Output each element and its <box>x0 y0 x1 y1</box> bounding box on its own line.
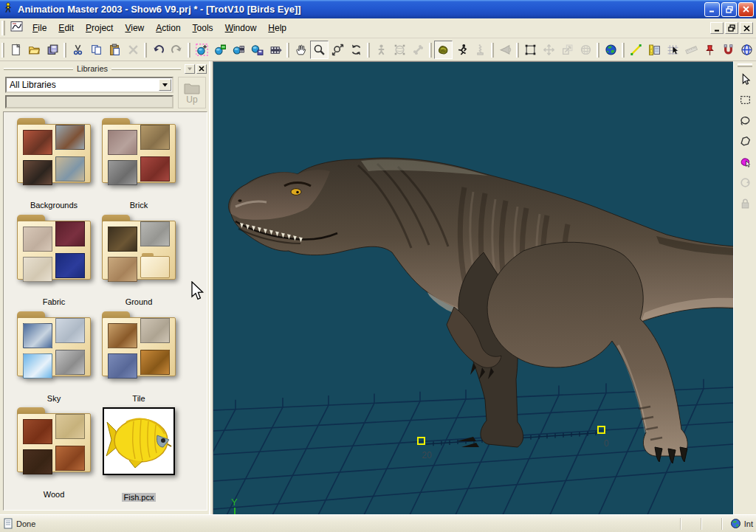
bounding-box-icon[interactable] <box>521 41 540 59</box>
folder-icon <box>102 118 176 183</box>
library-item-sky[interactable]: Sky <box>11 311 97 404</box>
muscle-mode-icon[interactable] <box>434 41 453 59</box>
grid-snap-icon[interactable] <box>664 41 682 59</box>
save-all-icon[interactable] <box>44 41 62 59</box>
toolbar-grip[interactable] <box>144 43 147 58</box>
toolbar-grip[interactable] <box>516 43 519 58</box>
redo-icon <box>168 41 186 59</box>
close-button[interactable] <box>738 2 754 17</box>
mdi-minimize-button[interactable] <box>710 22 724 34</box>
minimize-button[interactable] <box>704 2 720 17</box>
menu-action[interactable]: Action <box>150 20 186 36</box>
magnet-mode-icon[interactable] <box>719 41 738 59</box>
measure-ruler-icon <box>682 41 701 59</box>
paste-icon[interactable] <box>106 41 124 59</box>
open-folder-icon[interactable] <box>25 41 44 59</box>
library-item-backgrounds[interactable]: Backgrounds <box>11 118 97 211</box>
new-document-icon[interactable] <box>7 41 25 59</box>
undo-icon[interactable] <box>149 41 168 59</box>
save-model-icon[interactable] <box>248 41 267 59</box>
pan-hand-icon[interactable] <box>292 41 310 59</box>
render-model-icon[interactable] <box>230 41 248 59</box>
folder-icon <box>17 407 91 472</box>
texture-thumbnail <box>23 227 52 252</box>
menu-view[interactable]: View <box>119 20 150 36</box>
library-item-ground[interactable]: Ground <box>96 215 182 308</box>
texture-thumbnail <box>23 449 52 474</box>
menu-grip[interactable] <box>1 21 5 35</box>
menu-tools[interactable]: Tools <box>187 20 219 36</box>
force-world-icon[interactable] <box>602 41 620 59</box>
restore-button[interactable] <box>721 2 737 17</box>
copy-icon[interactable] <box>87 41 106 59</box>
library-item-tile[interactable]: Tile <box>96 311 182 404</box>
menu-project[interactable]: Project <box>80 20 119 36</box>
panel-close-icon[interactable] <box>196 64 207 74</box>
library-items-grid: BackgroundsBrickFabricGroundSkyTileWoodF… <box>3 111 207 511</box>
cut-icon[interactable] <box>69 41 87 59</box>
world-axis-icon[interactable] <box>738 41 756 59</box>
panel-rollup-button[interactable] <box>185 64 195 74</box>
bias-handles-icon[interactable] <box>627 41 645 59</box>
toolbar-grip[interactable] <box>367 43 370 58</box>
status-text: Done <box>16 519 35 528</box>
toolbar-grip[interactable] <box>429 43 432 58</box>
bone-icon <box>409 41 427 59</box>
viewport-3d[interactable]: 200Y <box>213 61 733 514</box>
library-item-label: Tile <box>130 394 147 403</box>
mdi-close-button[interactable] <box>740 22 753 34</box>
menu-bar: FileEditProjectViewActionToolsWindowHelp <box>0 18 756 38</box>
pushpin-icon[interactable] <box>701 41 719 59</box>
delete-icon <box>124 41 142 59</box>
library-item-brick[interactable]: Brick <box>96 118 182 211</box>
document-icon <box>10 21 24 35</box>
menu-window[interactable]: Window <box>219 20 263 36</box>
filmstrip-icon[interactable] <box>267 41 285 59</box>
turn-camera-icon[interactable] <box>347 41 365 59</box>
fish-image-thumbnail <box>103 407 175 475</box>
lasso-select-icon[interactable] <box>736 111 755 130</box>
texture-thumbnail <box>23 353 52 379</box>
libraries-panel: Libraries All Libraries Up BackgroundsBr… <box>0 61 210 514</box>
toolbar-grip[interactable] <box>1 43 4 58</box>
folder-icon <box>17 118 91 183</box>
status-zone-text: Int <box>744 519 753 528</box>
add-model-to-library-icon[interactable] <box>211 41 230 59</box>
chevron-down-icon[interactable] <box>159 79 171 91</box>
rotate-sphere-icon <box>577 41 595 59</box>
menu-help[interactable]: Help <box>262 20 292 36</box>
library-item-fish-pcx[interactable]: Fish.pcx <box>96 407 182 503</box>
new-model-icon[interactable] <box>193 41 211 59</box>
toolbar-grip[interactable] <box>738 63 752 67</box>
menu-edit[interactable]: Edit <box>52 20 80 36</box>
mouse-cursor <box>190 281 205 305</box>
mdi-restore-button[interactable] <box>725 22 738 34</box>
library-item-wood[interactable]: Wood <box>11 407 97 500</box>
trex-eye <box>291 189 301 196</box>
main-toolbar <box>0 39 756 61</box>
folder-icon <box>102 215 176 280</box>
show-rulers-icon[interactable] <box>645 41 664 59</box>
pointer-arrow-icon[interactable] <box>736 70 755 89</box>
group-select-icon[interactable] <box>736 153 755 171</box>
polygon-lasso-icon[interactable] <box>736 132 755 151</box>
library-item-fabric[interactable]: Fabric <box>11 215 97 308</box>
toolbar-grip[interactable] <box>622 43 625 58</box>
toolbar-grip[interactable] <box>491 43 494 58</box>
zoom-to-fit-icon[interactable] <box>329 41 347 59</box>
menu-file[interactable]: File <box>27 20 52 36</box>
status-bar: Done Int <box>0 514 756 532</box>
rect-select-icon[interactable] <box>736 91 755 109</box>
library-select-dropdown[interactable]: All Libraries <box>5 77 173 93</box>
texture-thumbnail <box>140 350 170 375</box>
toolbar-grip[interactable] <box>597 43 599 58</box>
skeletal-mode-icon[interactable] <box>453 41 471 59</box>
announce-horn-icon <box>496 41 515 59</box>
trex-pupil <box>296 191 299 194</box>
library-filter-field[interactable] <box>5 95 173 108</box>
toolbar-grip[interactable] <box>286 43 289 58</box>
toolbar-grip[interactable] <box>188 43 190 58</box>
zoom-magnifier-icon[interactable] <box>310 41 329 59</box>
toolbar-grip[interactable] <box>63 43 66 58</box>
up-button[interactable]: Up <box>178 77 206 108</box>
